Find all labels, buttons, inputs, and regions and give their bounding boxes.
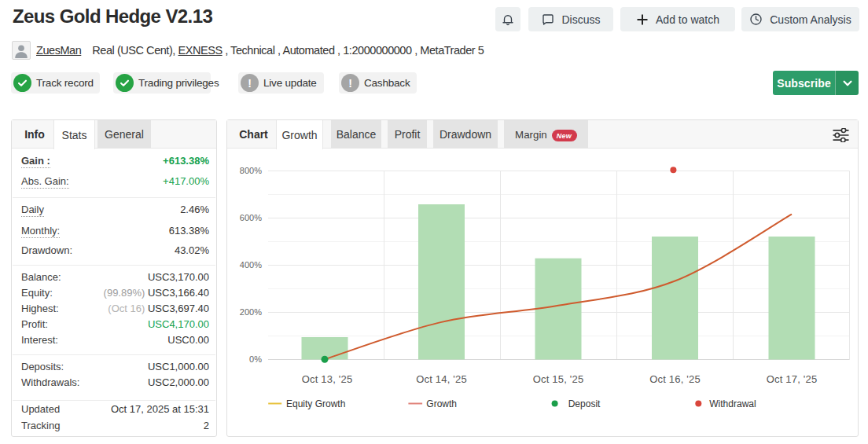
svg-text:Oct 16, '25: Oct 16, '25 — [649, 373, 701, 385]
svg-text:Oct 17, '25: Oct 17, '25 — [767, 373, 818, 385]
svg-text:Oct 15, '25: Oct 15, '25 — [533, 373, 584, 385]
svg-text:Deposit: Deposit — [568, 398, 601, 409]
svg-text:Oct 14, '25: Oct 14, '25 — [416, 373, 467, 385]
svg-text:0%: 0% — [249, 354, 262, 364]
svg-text:200%: 200% — [240, 307, 262, 317]
svg-text:Growth: Growth — [426, 398, 457, 409]
svg-text:400%: 400% — [240, 260, 262, 270]
svg-text:Oct 13, '25: Oct 13, '25 — [302, 373, 353, 385]
svg-text:600%: 600% — [240, 213, 262, 222]
svg-text:Equity Growth: Equity Growth — [286, 398, 345, 409]
svg-text:Withdrawal: Withdrawal — [709, 398, 756, 409]
svg-text:800%: 800% — [240, 166, 262, 175]
